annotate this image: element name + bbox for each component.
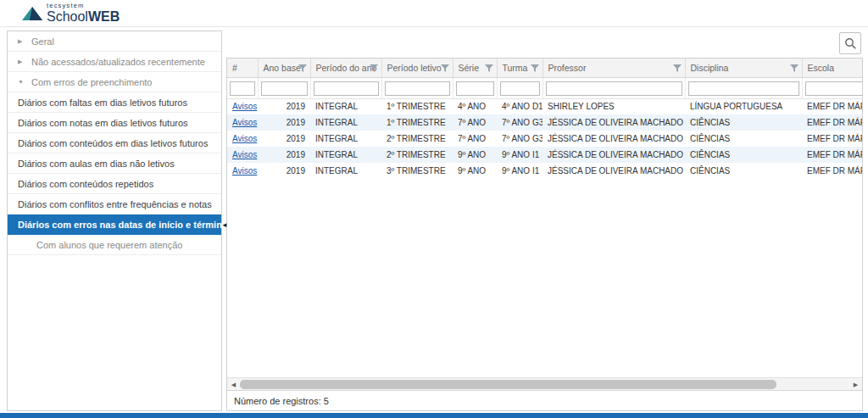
filter-input[interactable]: [385, 81, 450, 96]
table-cell: 2º TRIMESTRE: [381, 147, 453, 163]
column-header[interactable]: Escola: [802, 59, 862, 77]
sidebar-item-label: Diários com conteúdos em dias letivos fu…: [18, 138, 208, 148]
filter-input[interactable]: [456, 81, 494, 96]
avisos-link[interactable]: Avisos: [232, 166, 257, 176]
filter-funnel-icon[interactable]: [441, 64, 449, 74]
column-header[interactable]: Série: [453, 59, 497, 77]
scrollbar-thumb[interactable]: [240, 380, 776, 389]
filter-funnel-icon[interactable]: [673, 64, 682, 74]
sidebar-item[interactable]: Diários com aulas em dias não letivos: [8, 153, 221, 174]
filter-funnel-icon[interactable]: [298, 64, 307, 74]
column-header[interactable]: Período do ano: [310, 59, 381, 77]
table-cell: 9º ANO: [453, 147, 497, 163]
table-row: Avisos2019INTEGRAL2º TRIMESTRE7º ANO7º A…: [227, 131, 862, 147]
sidebar-item[interactable]: Diários com notas em dias letivos futuro…: [8, 113, 221, 133]
filter-funnel-icon[interactable]: [790, 64, 798, 74]
avisos-link[interactable]: Avisos: [232, 118, 257, 127]
column-header[interactable]: Ano base: [258, 59, 310, 77]
table-cell: SHIRLEY LOPES: [542, 98, 685, 114]
table-cell: JÉSSICA DE OLIVEIRA MACHADO CATRINCK: [542, 114, 685, 131]
filter-funnel-icon[interactable]: [370, 64, 378, 74]
filter-cell: [453, 77, 497, 98]
filter-funnel-icon[interactable]: [531, 64, 539, 74]
column-header[interactable]: Disciplina: [685, 59, 802, 77]
sidebar-item-label: Geral: [31, 36, 54, 47]
table-cell: 2019: [258, 131, 310, 147]
sidebar-item[interactable]: Diários com conteúdos repetidos: [8, 174, 221, 194]
search-button[interactable]: [839, 32, 861, 54]
table-cell: 1º TRIMESTRE: [381, 114, 453, 131]
sidebar-item-label: Diários com aulas em dias não letivos: [18, 159, 175, 169]
table-cell: EMEF DR MÁRIO VELL: [802, 114, 862, 131]
grid-filter-row: [227, 77, 862, 98]
sidebar-item[interactable]: Diários com conteúdos em dias letivos fu…: [8, 133, 221, 153]
table-cell: 9º ANO I1: [497, 163, 542, 179]
table-cell: 9º ANO: [453, 163, 497, 179]
status-bar: Número de registros: 5: [227, 390, 862, 410]
column-header-label: Período do ano: [316, 63, 377, 73]
horizontal-scrollbar[interactable]: ◀ ▶: [227, 377, 862, 390]
selected-marker-icon: ◄: [221, 220, 228, 228]
sidebar-group[interactable]: ▼Com erros de preenchimento: [8, 72, 221, 92]
filter-input[interactable]: [261, 81, 308, 96]
filter-cell: [310, 77, 381, 98]
column-header[interactable]: Turma: [497, 59, 542, 77]
sidebar-group[interactable]: ▶Não acessados/atualizados recentemente: [8, 52, 221, 72]
row-link-cell: Avisos: [227, 163, 258, 179]
table-cell: 7º ANO: [453, 114, 497, 131]
table-cell: LÍNGUA PORTUGUESA: [685, 98, 802, 114]
filter-cell: [381, 77, 453, 98]
filter-input[interactable]: [546, 81, 682, 96]
scrollbar-track[interactable]: [240, 380, 849, 389]
table-cell: 2019: [258, 114, 310, 131]
column-header[interactable]: Professor: [542, 59, 685, 77]
sidebar-item-label: Com erros de preenchimento: [31, 77, 152, 87]
sidebar-item[interactable]: Com alunos que requerem atenção: [8, 235, 221, 255]
sidebar-item-label: Diários com conteúdos repetidos: [18, 179, 153, 189]
column-header-label: Série: [459, 63, 480, 73]
column-header-label: Professor: [548, 63, 587, 73]
sidebar-item-label: Não acessados/atualizados recentemente: [31, 57, 205, 67]
sidebar-item-label: Diários com conflitos entre frequências …: [18, 199, 212, 209]
filter-cell: [258, 77, 310, 98]
sidebar-group[interactable]: ▶Geral: [8, 31, 221, 52]
table-row: Avisos2019INTEGRAL3º TRIMESTRE9º ANO9º A…: [227, 163, 862, 179]
filter-input[interactable]: [230, 81, 255, 96]
table-cell: INTEGRAL: [310, 131, 381, 147]
table-cell: INTEGRAL: [310, 114, 381, 131]
brand-main-label: SchoolWEB: [47, 10, 120, 24]
column-header[interactable]: #: [227, 59, 258, 77]
diaries-table: #Ano basePeríodo do anoPeríodo letivoSér…: [227, 59, 862, 179]
toolbar: [226, 31, 863, 58]
column-header[interactable]: Período letivo: [381, 59, 453, 77]
grid-empty-area: [227, 179, 862, 377]
scroll-left-icon[interactable]: ◀: [227, 378, 240, 391]
table-cell: 7º ANO G3: [497, 114, 542, 131]
app-window: tecsystem SchoolWEB ▶Geral▶Não acessados…: [0, 0, 868, 418]
avisos-link[interactable]: Avisos: [232, 150, 257, 159]
table-cell: JÉSSICA DE OLIVEIRA MACHADO CATRINCK: [542, 147, 685, 163]
filter-input[interactable]: [314, 81, 379, 96]
sidebar-item[interactable]: Diários com erros nas datas de início e …: [8, 215, 221, 235]
grid-panel: #Ano basePeríodo do anoPeríodo letivoSér…: [226, 58, 863, 411]
sidebar-item[interactable]: Diários com conflitos entre frequências …: [8, 194, 221, 215]
table-cell: 4º ANO: [453, 98, 497, 114]
table-cell: 2019: [258, 98, 310, 114]
sidebar-item-label: Com alunos que requerem atenção: [36, 240, 182, 250]
avisos-link[interactable]: Avisos: [232, 102, 257, 111]
filter-input[interactable]: [805, 81, 863, 96]
filter-funnel-icon[interactable]: [485, 64, 493, 74]
chevron-down-icon: ▼: [18, 79, 31, 85]
scroll-right-icon[interactable]: ▶: [849, 378, 862, 391]
table-cell: INTEGRAL: [310, 163, 381, 179]
filter-input[interactable]: [500, 81, 540, 96]
table-cell: EMEF DR MÁRIO VELL: [802, 163, 862, 179]
grid-body: Avisos2019INTEGRAL1º TRIMESTRE4º ANO4º A…: [227, 98, 862, 179]
sidebar-item[interactable]: Diários com faltas em dias letivos futur…: [8, 92, 221, 113]
table-cell: JÉSSICA DE OLIVEIRA MACHADO CATRINCK: [542, 131, 685, 147]
app-logo: tecsystem SchoolWEB: [22, 3, 120, 24]
avisos-link[interactable]: Avisos: [232, 134, 257, 143]
filter-input[interactable]: [688, 81, 799, 96]
column-header-label: Ano base: [264, 63, 301, 73]
table-wrap: #Ano basePeríodo do anoPeríodo letivoSér…: [227, 59, 862, 179]
